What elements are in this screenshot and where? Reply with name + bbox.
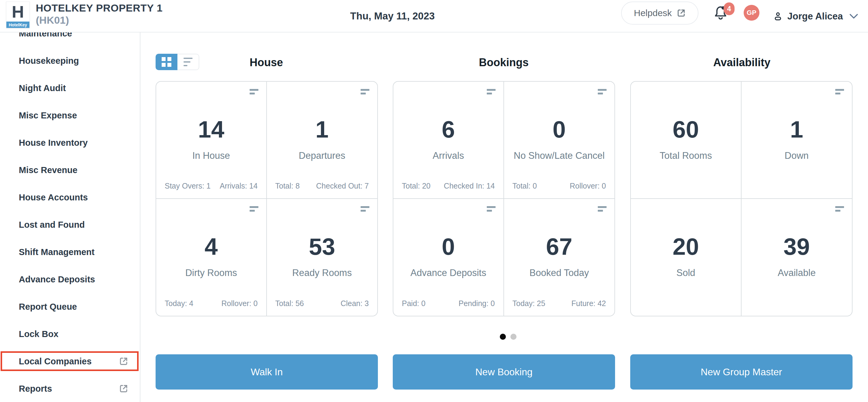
sidebar-item-label: Misc Revenue xyxy=(19,165,78,175)
section-title-house: House xyxy=(250,56,283,69)
external-link-icon xyxy=(119,384,128,394)
card-menu-icon[interactable] xyxy=(835,206,844,212)
sidebar-item-misc-expense[interactable]: Misc Expense xyxy=(0,102,140,129)
stat-card-ready-rooms[interactable]: 53 Ready Rooms Total: 56Clean: 3 xyxy=(267,199,378,316)
stat-value: 0 xyxy=(393,233,503,260)
sidebar-item-label: Night Audit xyxy=(19,83,66,93)
grid-icon xyxy=(162,57,172,67)
stat-card-no-show-late-cancel[interactable]: 0 No Show/Late Cancel Total: 0Rollover: … xyxy=(504,82,615,199)
stat-card-advance-deposits[interactable]: 0 Advance Deposits Paid: 0Pending: 0 xyxy=(393,199,504,316)
card-menu-icon[interactable] xyxy=(835,89,844,94)
user-menu[interactable]: Jorge Alicea xyxy=(773,0,858,32)
card-menu-icon[interactable] xyxy=(487,206,496,212)
external-link-icon xyxy=(677,8,686,18)
stat-value: 6 xyxy=(393,116,503,143)
sidebar-item-label: Report Queue xyxy=(19,302,77,312)
stat-detail-right: Rollover: 0 xyxy=(570,181,606,190)
stat-value: 1 xyxy=(267,116,378,143)
walk-in-button[interactable]: Walk In xyxy=(156,354,378,390)
section-title-availability: Availability xyxy=(713,56,771,69)
helpdesk-label: Helpdesk xyxy=(634,8,672,18)
sidebar-item-house-inventory[interactable]: House Inventory xyxy=(0,129,140,156)
stat-detail-left: Total: 8 xyxy=(275,181,300,190)
card-menu-icon[interactable] xyxy=(250,206,258,212)
stat-value: 53 xyxy=(267,233,378,260)
sidebar-item-local-companies[interactable]: Local Companies xyxy=(0,348,140,375)
helpdesk-button[interactable]: Helpdesk xyxy=(621,2,699,25)
stat-card-in-house[interactable]: 14 In House Stay Overs: 1Arrivals: 14 xyxy=(156,82,267,199)
sidebar-item-housekeeping[interactable]: Housekeeping xyxy=(0,47,140,75)
pagination-dot-1[interactable] xyxy=(500,334,506,340)
avatar[interactable]: GP xyxy=(744,5,760,21)
stat-value: 0 xyxy=(504,116,615,143)
grid-view-button[interactable] xyxy=(156,54,178,70)
sidebar-item-shift-management[interactable]: Shift Management xyxy=(0,238,140,266)
new-group-master-button[interactable]: New Group Master xyxy=(630,354,852,390)
stat-card-dirty-rooms[interactable]: 4 Dirty Rooms Today: 4Rollover: 0 xyxy=(156,199,267,316)
external-link-icon xyxy=(119,357,128,366)
stat-label: Down xyxy=(742,150,852,161)
stat-card-sold[interactable]: 20 Sold xyxy=(631,199,742,316)
sidebar-item-house-accounts[interactable]: House Accounts xyxy=(0,184,140,211)
sidebar-item-label: Lost and Found xyxy=(19,220,85,230)
logo-letter: H xyxy=(6,2,29,22)
stat-value: 1 xyxy=(742,116,852,143)
list-view-button[interactable] xyxy=(178,54,199,70)
sidebar-item-label: Maintenance xyxy=(19,32,72,38)
stat-detail-left: Today: 4 xyxy=(165,299,193,308)
stat-detail-right: Checked In: 14 xyxy=(444,181,495,190)
sidebar-item-night-audit[interactable]: Night Audit xyxy=(0,75,140,102)
card-menu-icon[interactable] xyxy=(361,89,369,94)
stat-label: In House xyxy=(156,150,266,161)
stat-label: Total Rooms xyxy=(631,150,741,161)
sidebar-item-lost-and-found[interactable]: Lost and Found xyxy=(0,211,140,238)
pagination-dot-2[interactable] xyxy=(510,334,517,340)
sidebar-item-lock-box[interactable]: Lock Box xyxy=(0,320,140,348)
sidebar-item-label: House Accounts xyxy=(19,193,88,203)
stat-label: Ready Rooms xyxy=(267,267,378,279)
notifications-button[interactable]: 4 xyxy=(713,5,732,24)
stat-card-arrivals[interactable]: 6 Arrivals Total: 20Checked In: 14 xyxy=(393,82,504,199)
sidebar-item-label: Lock Box xyxy=(19,329,59,339)
house-cards: 14 In House Stay Overs: 1Arrivals: 14 1 … xyxy=(156,81,378,316)
sidebar-item-report-queue[interactable]: Report Queue xyxy=(0,293,140,320)
stat-card-booked-today[interactable]: 67 Booked Today Today: 25Future: 42 xyxy=(504,199,615,316)
card-menu-icon[interactable] xyxy=(598,206,607,212)
card-menu-icon[interactable] xyxy=(598,89,607,94)
card-menu-icon[interactable] xyxy=(361,206,369,212)
sidebar-item-label: Local Companies xyxy=(19,356,92,367)
stat-detail-left: Paid: 0 xyxy=(402,299,426,308)
card-menu-icon[interactable] xyxy=(250,89,258,94)
property-code: (HK01) xyxy=(36,14,162,26)
stat-detail-left: Total: 56 xyxy=(275,299,304,308)
stat-detail-right: Arrivals: 14 xyxy=(220,181,257,190)
stat-detail-left: Today: 25 xyxy=(513,299,545,308)
app-header: H HotelKey HOTELKEY PROPERTY 1 (HK01) Th… xyxy=(0,0,868,32)
availability-cards: 60 Total Rooms 1 Down 20 Sold 39 Availab… xyxy=(630,81,852,316)
stat-card-total-rooms[interactable]: 60 Total Rooms xyxy=(631,82,742,199)
sidebar-item-label: Shift Management xyxy=(19,247,95,257)
new-booking-button[interactable]: New Booking xyxy=(393,354,615,390)
stat-label: Departures xyxy=(267,150,378,161)
sidebar-item-advance-deposits[interactable]: Advance Deposits xyxy=(0,266,140,293)
stat-label: Arrivals xyxy=(393,150,503,161)
stat-card-departures[interactable]: 1 Departures Total: 8Checked Out: 7 xyxy=(267,82,378,199)
stat-label: Dirty Rooms xyxy=(156,267,266,279)
chevron-down-icon xyxy=(849,14,858,19)
stat-label: No Show/Late Cancel xyxy=(504,150,615,161)
stat-label: Advance Deposits xyxy=(393,267,503,279)
stat-label: Available xyxy=(742,267,852,279)
sidebar-item-maintenance[interactable]: Maintenance xyxy=(0,32,140,47)
stat-value: 60 xyxy=(631,116,741,143)
stat-value: 4 xyxy=(156,233,266,260)
card-menu-icon[interactable] xyxy=(487,89,496,94)
sidebar-item-reports[interactable]: Reports xyxy=(0,375,140,402)
stat-card-available[interactable]: 39 Available xyxy=(742,199,852,316)
stat-detail-right: Rollover: 0 xyxy=(221,299,258,308)
person-icon xyxy=(773,11,783,22)
stat-card-down[interactable]: 1 Down xyxy=(742,82,852,199)
stat-detail-left: Stay Overs: 1 xyxy=(165,181,211,190)
stat-detail-right: Checked Out: 7 xyxy=(316,181,369,190)
sidebar-item-misc-revenue[interactable]: Misc Revenue xyxy=(0,156,140,184)
user-name: Jorge Alicea xyxy=(787,11,843,22)
